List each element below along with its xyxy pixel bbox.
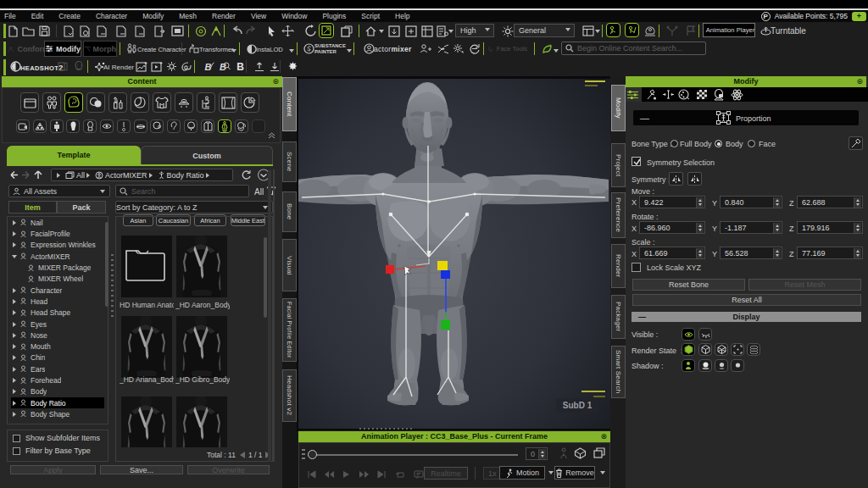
svg-text:SubD 1: SubD 1 — [563, 401, 593, 410]
